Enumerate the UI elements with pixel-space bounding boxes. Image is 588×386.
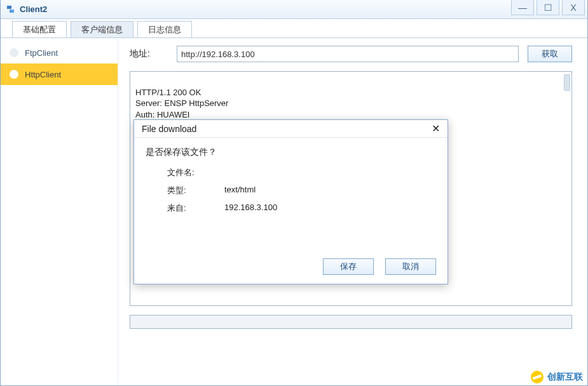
dialog-button-row: 保存 取消 [323, 258, 436, 275]
dialog-body: 是否保存该文件？ 文件名: 类型: text/html 来自: 192.168.… [134, 138, 448, 227]
tab-log-info[interactable]: 日志信息 [137, 21, 192, 37]
progress-bar [130, 315, 572, 329]
tab-bar: 基础配置 客户端信息 日志信息 [1, 19, 587, 38]
sidebar-item-label: FtpClient [25, 48, 58, 58]
detail-row-filename: 文件名: [167, 167, 436, 178]
file-download-dialog: File download ✕ 是否保存该文件？ 文件名: 类型: text/h… [133, 119, 448, 284]
filename-label: 文件名: [167, 167, 224, 178]
client-list-sidebar: FtpClient HttpClient [1, 38, 118, 385]
status-dot-icon [10, 48, 18, 57]
window-title: Client2 [20, 4, 47, 14]
save-button[interactable]: 保存 [323, 258, 374, 275]
cancel-button[interactable]: 取消 [385, 258, 436, 275]
from-label: 来自: [167, 203, 224, 214]
svg-rect-0 [7, 6, 11, 9]
sidebar-item-ftpclient[interactable]: FtpClient [1, 42, 118, 63]
dialog-question: 是否保存该文件？ [146, 147, 436, 158]
tab-basic-config[interactable]: 基础配置 [12, 21, 67, 37]
address-input[interactable] [177, 46, 519, 62]
fetch-button[interactable]: 获取 [528, 46, 572, 62]
detail-row-type: 类型: text/html [167, 185, 436, 196]
dialog-close-icon[interactable]: ✕ [429, 123, 442, 135]
minimize-button[interactable]: — [511, 0, 534, 15]
title-buttons: — ☐ X [509, 0, 587, 19]
sidebar-item-httpclient[interactable]: HttpClient [1, 63, 118, 85]
titlebar: Client2 — ☐ X [1, 0, 587, 19]
sidebar-item-label: HttpClient [25, 70, 61, 79]
type-label: 类型: [167, 185, 224, 196]
maximize-button[interactable]: ☐ [537, 0, 559, 15]
response-text: HTTP/1.1 200 OK Server: ENSP HttpServer … [135, 88, 228, 119]
type-value: text/html [224, 185, 256, 196]
status-dot-icon [10, 70, 18, 79]
dialog-title-text: File download [142, 124, 196, 134]
watermark-icon [531, 371, 544, 383]
svg-rect-1 [10, 10, 14, 13]
app-icon [6, 4, 17, 15]
dialog-titlebar: File download ✕ [134, 120, 448, 138]
close-button[interactable]: X [562, 0, 585, 15]
address-row: 地址: 获取 [130, 46, 572, 62]
tab-client-info[interactable]: 客户端信息 [71, 21, 133, 37]
watermark: 创新互联 [531, 371, 583, 383]
address-label: 地址: [130, 48, 168, 60]
dialog-details: 文件名: 类型: text/html 来自: 192.168.3.100 [167, 167, 436, 214]
detail-row-from: 来自: 192.168.3.100 [167, 203, 436, 214]
watermark-text: 创新互联 [547, 371, 583, 383]
scrollbar-thumb[interactable] [564, 74, 570, 91]
from-value: 192.168.3.100 [224, 203, 277, 214]
